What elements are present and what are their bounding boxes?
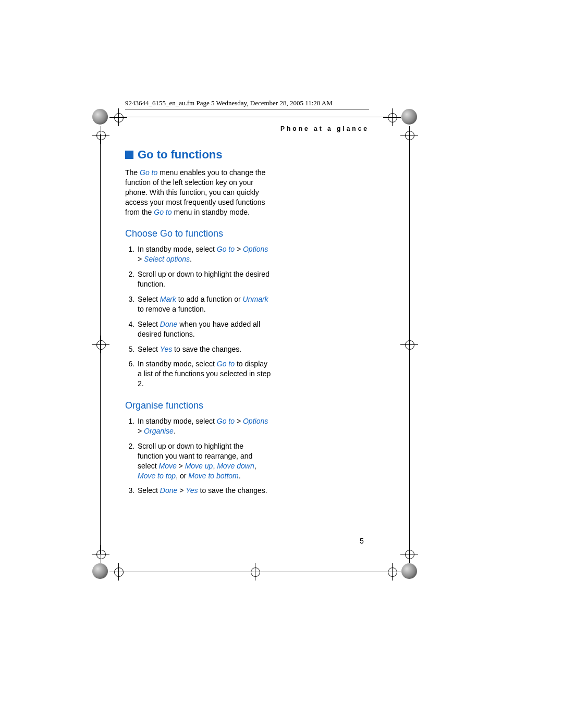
section-label: Phone at a glance [125, 125, 369, 132]
list-item: In standby mode, select Go to to display… [137, 359, 271, 389]
list-item: Select Done when you have added all desi… [137, 319, 271, 339]
crosshair-icon [92, 545, 109, 563]
crosshair-icon [92, 126, 109, 144]
crosshair-icon [92, 336, 109, 353]
crop-sphere-bottom-right [401, 563, 417, 579]
list-item: Scroll up or down to highlight the desir… [137, 269, 271, 289]
list-item: Select Done > Yes to save the changes. [137, 486, 271, 496]
list-item: Select Yes to save the changes. [137, 344, 271, 354]
page-content: 9243644_6155_en_au.fm Page 5 Wednesday, … [125, 99, 448, 501]
text-column: Go to functions The Go to menu enables y… [125, 148, 271, 496]
crop-sphere-top-left [92, 109, 108, 125]
heading-text: Go to functions [138, 148, 223, 161]
heading-go-to-functions: Go to functions [125, 148, 271, 162]
organise-steps-list: In standby mode, select Go to > Options … [125, 416, 271, 496]
crosshair-icon [109, 563, 127, 581]
crosshair-icon [400, 545, 418, 563]
subheading-organise: Organise functions [125, 400, 271, 411]
intro-paragraph: The Go to menu enables you to change the… [125, 168, 271, 217]
subheading-choose: Choose Go to functions [125, 228, 271, 239]
choose-steps-list: In standby mode, select Go to > Options … [125, 244, 271, 389]
page-number: 5 [360, 537, 364, 545]
framemaker-header: 9243644_6155_en_au.fm Page 5 Wednesday, … [125, 99, 369, 109]
crosshair-icon [383, 563, 401, 581]
crop-sphere-bottom-left [92, 563, 108, 579]
crosshair-icon [109, 108, 127, 126]
crosshair-icon [246, 563, 264, 581]
heading-bullet-icon [125, 151, 133, 159]
list-item: Scroll up or down to highlight the funct… [137, 441, 271, 481]
list-item: In standby mode, select Go to > Options … [137, 416, 271, 436]
list-item: In standby mode, select Go to > Options … [137, 244, 271, 264]
list-item: Select Mark to add a function or Unmark … [137, 294, 271, 314]
